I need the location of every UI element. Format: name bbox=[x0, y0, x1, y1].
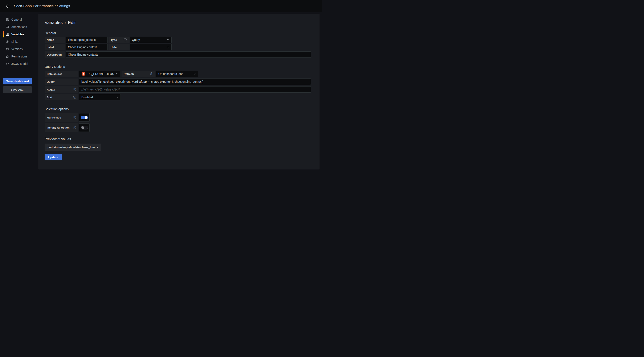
sidebar-item-general[interactable]: General bbox=[0, 16, 38, 23]
chevron-down-icon bbox=[167, 39, 169, 41]
query-options-heading: Query Options bbox=[44, 65, 312, 68]
save-as-button[interactable]: Save As... bbox=[3, 86, 32, 93]
sidebar-item-json-model[interactable]: JSON Model bbox=[0, 60, 38, 67]
sidebar-nav: GeneralAnnotationsVariablesLinksVersions… bbox=[0, 16, 38, 67]
chevron-down-icon bbox=[116, 96, 118, 99]
preview-value-chip: podtato-main-pod-delete-chaos_litmus bbox=[44, 144, 101, 151]
sidebar-item-label: Variables bbox=[11, 33, 24, 36]
sort-label: Sort i bbox=[44, 94, 78, 100]
hide-select[interactable] bbox=[130, 44, 172, 50]
type-select[interactable]: Query bbox=[130, 37, 172, 43]
sliders-icon bbox=[6, 18, 9, 21]
chevron-down-icon bbox=[116, 73, 118, 75]
sidebar-item-label: Annotations bbox=[11, 25, 27, 29]
sidebar-item-links[interactable]: Links bbox=[0, 38, 38, 45]
type-label: Type i bbox=[108, 37, 129, 43]
sidebar-item-variables[interactable]: Variables bbox=[0, 31, 38, 38]
save-dashboard-button[interactable]: Save dashboard bbox=[3, 78, 32, 84]
regex-label: Regex i bbox=[44, 86, 78, 93]
breadcrumb: Variables›Edit bbox=[44, 20, 312, 25]
info-icon[interactable]: i bbox=[73, 96, 76, 99]
breadcrumb-page: Edit bbox=[68, 20, 76, 25]
settings-panel: Variables›Edit General Name Type i Query bbox=[38, 14, 320, 169]
query-label: Query bbox=[44, 79, 78, 85]
variables-icon bbox=[6, 33, 9, 36]
sidebar-item-label: Versions bbox=[11, 47, 23, 51]
update-button[interactable]: Update bbox=[44, 154, 62, 160]
general-section-heading: General bbox=[44, 31, 312, 35]
description-input[interactable] bbox=[66, 51, 311, 58]
sidebar-item-label: Links bbox=[11, 40, 18, 43]
info-icon[interactable]: i bbox=[73, 126, 76, 129]
top-header-bar: Sock-Shop Performance / Settings bbox=[0, 0, 322, 12]
name-label: Name bbox=[44, 37, 65, 43]
chevron-down-icon bbox=[167, 46, 169, 49]
preview-heading: Preview of values bbox=[44, 137, 312, 141]
description-label: Description bbox=[44, 51, 65, 58]
sidebar-item-permissions[interactable]: Permissions bbox=[0, 53, 38, 60]
sidebar-item-label: General bbox=[11, 18, 22, 21]
multi-value-toggle[interactable] bbox=[79, 113, 90, 122]
hide-label: Hide bbox=[108, 44, 129, 50]
info-icon[interactable]: i bbox=[73, 88, 76, 91]
sidebar-item-label: JSON Model bbox=[11, 62, 28, 66]
preview-values-list: podtato-main-pod-delete-chaos_litmus bbox=[44, 144, 312, 151]
selection-options-heading: Selection options bbox=[44, 107, 312, 111]
settings-sidebar: GeneralAnnotationsVariablesLinksVersions… bbox=[0, 12, 38, 179]
data-source-label: Data source bbox=[44, 71, 78, 77]
arrow-left-icon bbox=[6, 4, 10, 9]
code-icon bbox=[6, 62, 9, 66]
link-icon bbox=[6, 40, 9, 43]
breadcrumb-separator: › bbox=[64, 20, 66, 25]
include-all-toggle[interactable] bbox=[79, 123, 90, 132]
query-input[interactable] bbox=[79, 79, 311, 85]
include-all-label: Include All option i bbox=[44, 123, 78, 132]
page-title: Sock-Shop Performance / Settings bbox=[14, 4, 70, 8]
back-button[interactable] bbox=[5, 3, 11, 9]
data-source-select[interactable]: DS_PROMETHEUS bbox=[79, 71, 121, 77]
info-icon[interactable]: i bbox=[150, 72, 153, 75]
info-icon[interactable]: i bbox=[124, 38, 126, 41]
name-input[interactable] bbox=[66, 37, 108, 43]
comment-icon bbox=[6, 25, 9, 29]
history-icon bbox=[6, 47, 9, 51]
label-label: Label bbox=[44, 44, 65, 50]
chevron-down-icon bbox=[193, 73, 196, 75]
sidebar-item-versions[interactable]: Versions bbox=[0, 45, 38, 53]
label-input[interactable] bbox=[66, 44, 108, 50]
lock-icon bbox=[6, 55, 9, 58]
info-icon[interactable]: i bbox=[73, 116, 76, 119]
grafana-settings-page: Sock-Shop Performance / Settings General… bbox=[0, 0, 322, 179]
prometheus-icon bbox=[82, 72, 86, 76]
sidebar-item-annotations[interactable]: Annotations bbox=[0, 23, 38, 31]
refresh-select[interactable]: On dashboard load bbox=[156, 71, 198, 77]
refresh-label: Refresh i bbox=[122, 71, 155, 77]
breadcrumb-section: Variables bbox=[44, 20, 63, 25]
regex-input[interactable] bbox=[79, 86, 311, 93]
multi-value-label: Multi-value i bbox=[44, 113, 78, 122]
sidebar-item-label: Permissions bbox=[11, 55, 27, 58]
sort-select[interactable]: Disabled bbox=[79, 94, 121, 100]
